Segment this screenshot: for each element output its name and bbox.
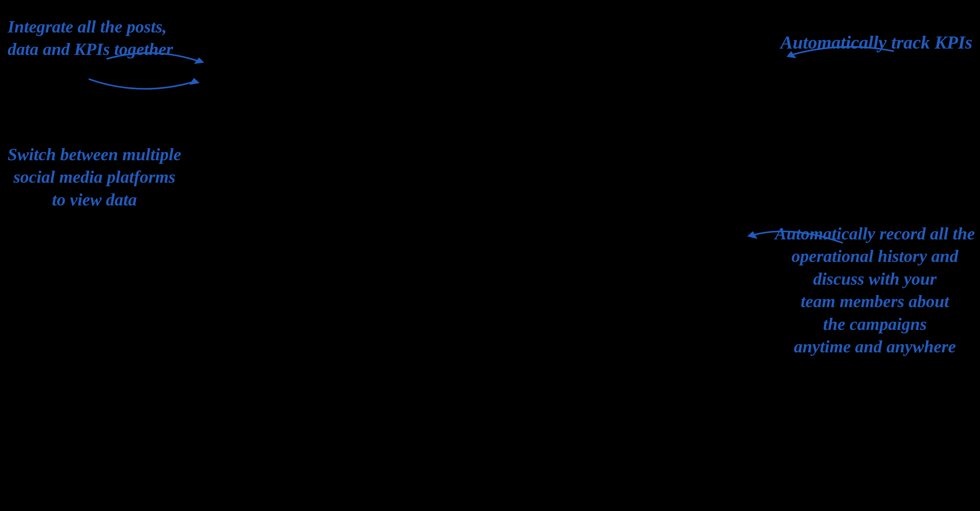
top-right-line1: Automatically track KPIs xyxy=(780,32,972,53)
bottom-left-line1: Switch between multiple xyxy=(8,145,181,164)
bottom-right-annotation: Automatically record all the operational… xyxy=(775,222,975,358)
bottom-left-annotation: Switch between multiple social media pla… xyxy=(8,143,181,211)
bottom-right-line3: discuss with your xyxy=(813,269,937,289)
bottom-left-line3: to view data xyxy=(52,190,137,209)
bottom-right-line4: team members about xyxy=(800,292,949,311)
arrowhead-top-left-1 xyxy=(194,57,204,64)
top-left-annotation: Integrate all the posts, data and KPIs t… xyxy=(8,15,173,61)
bottom-right-line1: Automatically record all the xyxy=(775,224,975,243)
arrowhead-bottom-right xyxy=(747,231,757,239)
arrow-top-left-2 xyxy=(89,79,194,89)
arrowhead-top-left-2 xyxy=(189,78,200,85)
bottom-left-line2: social media platforms xyxy=(14,167,176,187)
top-left-line1: Integrate all the posts, xyxy=(8,17,167,36)
bottom-right-line2: operational history and xyxy=(791,246,958,266)
bottom-right-line5: the campaigns xyxy=(823,314,927,334)
top-right-annotation: Automatically track KPIs xyxy=(780,31,972,55)
bottom-right-line6: anytime and anywhere xyxy=(794,337,956,356)
top-left-line2: data and KPIs together xyxy=(8,39,173,59)
